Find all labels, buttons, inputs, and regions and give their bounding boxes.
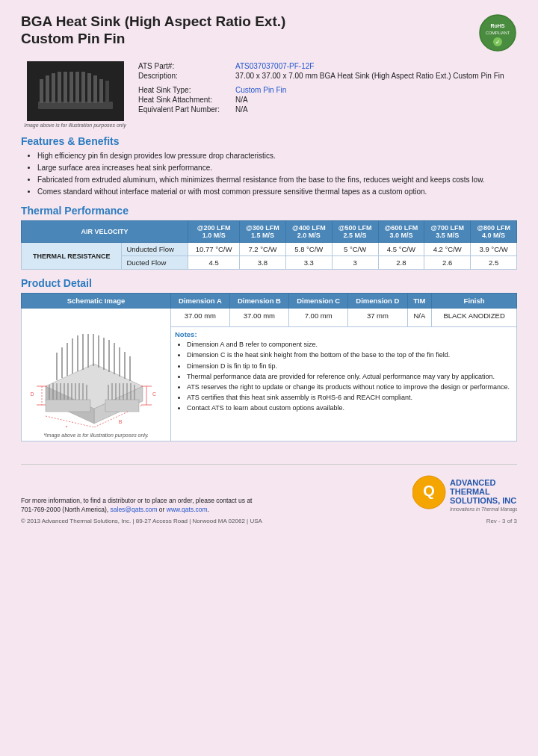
svg-rect-9 [58,72,61,103]
feature-item: Comes standard without interface materia… [37,187,517,197]
attach-label: Heat Sink Attachment: [135,95,232,105]
attach-value: N/A [232,95,517,105]
table-row: THERMAL RESISTANCE Unducted Flow 10.77 °… [22,243,517,256]
email-link[interactable]: sales@qats.com [111,506,158,513]
equiv-value: N/A [232,105,517,114]
col-800lfm: @800 LFM 4.0 M/S [471,221,517,243]
svg-text:ADVANCED: ADVANCED [450,478,496,487]
note-item: Dimension C is the heat sink height from… [187,350,513,359]
svg-rect-14 [87,73,91,103]
thermal-section: Thermal Performance AIR VELOCITY @200 LF… [21,205,517,270]
footer: For more information, to find a distribu… [21,464,517,524]
schematic-svg: D A B C [31,312,161,427]
col-500lfm: @500 LFM 2.5 M/S [332,221,378,243]
product-detail-heading: Product Detail [21,277,517,289]
dim-c-value: 7.00 mm [289,309,348,327]
product-detail-section: Product Detail Schematic Image Dimension… [21,277,517,441]
note-item: ATS reserves the right to update or chan… [187,382,513,391]
features-list: High efficiency pin fin design provides … [21,151,517,197]
notes-list: Dimension A and B refer to component siz… [175,340,513,412]
type-value: Custom Pin Fin [232,85,517,95]
svg-text:RoHS: RoHS [490,23,504,28]
footer-contact: For more information, to find a distribu… [21,496,262,515]
ducted-v6: 2.5 [471,256,517,270]
features-section: Features & Benefits High efficiency pin … [21,135,517,197]
dim-a-value: 37.00 mm [171,309,230,327]
schematic-caption: *Image above is for illustration purpose… [25,433,167,438]
finish-header: Finish [432,294,517,309]
product-image-area: Image above is for illustration purposes… [21,61,129,128]
note-item: Contact ATS to learn about custom option… [187,403,513,412]
unducted-v0: 10.77 °C/W [188,243,240,256]
website-link[interactable]: www.qats.com [167,506,208,513]
tim-header: TIM [407,294,432,309]
desc-label: Description: [135,71,232,81]
svg-text:✓: ✓ [495,40,500,45]
col-600lfm: @600 LFM 3.0 M/S [378,221,424,243]
svg-rect-10 [64,72,67,103]
ats-logo-area: Q ADVANCED THERMAL SOLUTIONS, INC. Innov… [412,472,517,524]
svg-text:B: B [119,419,123,424]
schematic-col-header: Schematic Image [22,294,171,309]
unducted-v6: 3.9 °C/W [471,243,517,256]
footer-copyright: © 2013 Advanced Thermal Solutions, Inc. … [21,518,262,524]
svg-text:A: A [65,425,69,427]
feature-item: High efficiency pin fin design provides … [37,151,517,161]
thermal-resistance-label: THERMAL RESISTANCE [22,243,122,270]
thermal-table: AIR VELOCITY @200 LFM 1.0 M/S @300 LFM 1… [21,220,517,270]
ducted-v4: 2.8 [378,256,424,270]
svg-text:THERMAL: THERMAL [450,487,490,496]
equiv-label: Equivalent Part Number: [135,105,232,114]
air-velocity-header: AIR VELOCITY [22,221,188,243]
features-heading: Features & Benefits [21,135,517,147]
page-header: BGA Heat Sink (High Aspect Ratio Ext.) C… [21,13,517,54]
svg-rect-12 [75,72,79,103]
ducted-v2: 3.3 [285,256,332,270]
svg-rect-6 [40,79,43,103]
note-item: Dimension D is fin tip to fin tip. [187,362,513,371]
svg-rect-17 [105,81,109,103]
image-caption: Image above is for illustration purposes… [24,123,126,128]
tim-value: N/A [407,309,432,327]
col-400lfm: @400 LFM 2.0 M/S [285,221,332,243]
note-item: ATS certifies that this heat sink assemb… [187,393,513,402]
svg-rect-8 [52,73,55,103]
svg-text:Innovations in Thermal Managem: Innovations in Thermal Management® [450,506,517,512]
footer-left: For more information, to find a distribu… [21,496,262,525]
schematic-image: D A B C [31,312,161,431]
col-300lfm: @300 LFM 1.5 M/S [240,221,286,243]
dim-values-row: D A B C [22,309,517,327]
type-label: Heat Sink Type: [135,85,232,95]
svg-rect-60 [105,400,139,412]
detail-table: Schematic Image Dimension A Dimension B … [21,293,517,441]
ducted-label: Ducted Flow [122,256,188,270]
product-image [27,61,124,121]
unducted-v1: 7.2 °C/W [240,243,286,256]
ducted-v3: 3 [332,256,378,270]
product-title-text: BGA Heat Sink (High Aspect Ratio Ext.) C… [21,13,285,48]
desc-value: 37.00 x 37.00 x 7.00 mm BGA Heat Sink (H… [232,71,517,81]
product-info-row: Image above is for illustration purposes… [21,61,517,128]
note-item: Thermal performance data are provided fo… [187,372,513,381]
dim-d-header: Dimension D [348,294,407,309]
col-200lfm: @200 LFM 1.0 M/S [188,221,240,243]
svg-text:D: D [31,391,34,397]
ducted-v5: 2.6 [424,256,471,270]
unducted-v3: 5 °C/W [332,243,378,256]
product-title: BGA Heat Sink (High Aspect Ratio Ext.) C… [21,13,285,48]
ducted-v1: 3.8 [240,256,286,270]
ats-logo: Q ADVANCED THERMAL SOLUTIONS, INC. Innov… [412,472,517,513]
dim-a-header: Dimension A [171,294,230,309]
finish-value: BLACK ANODIZED [432,309,517,327]
page-number: Rev - 3 of 3 [412,518,517,524]
specs-table: ATS Part#: ATS037037007-PF-12F Descripti… [135,61,517,114]
svg-text:COMPLIANT: COMPLIANT [486,31,510,35]
schematic-cell: D A B C [22,309,171,441]
thermal-heading: Thermal Performance [21,205,517,217]
feature-item: Large surface area increases heat sink p… [37,163,517,173]
notes-label: Notes: [175,330,513,338]
svg-rect-11 [69,72,73,103]
dim-b-value: 37.00 mm [229,309,288,327]
svg-rect-13 [81,72,85,103]
unducted-v5: 4.2 °C/W [424,243,471,256]
